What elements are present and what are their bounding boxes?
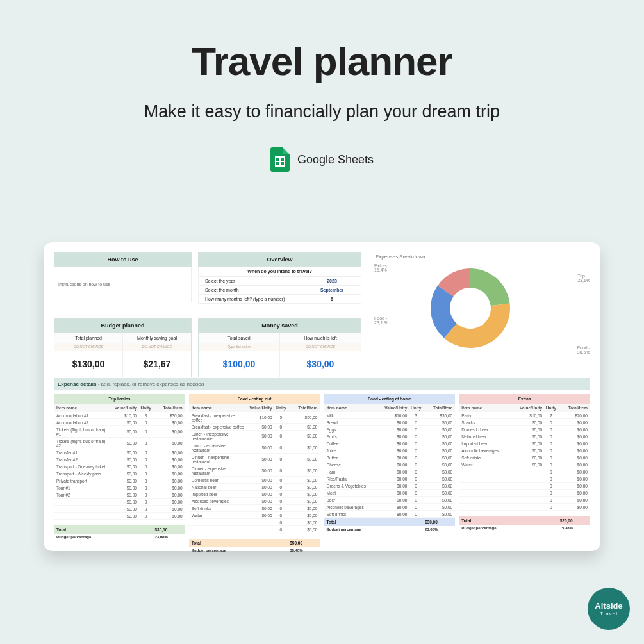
cell[interactable]: Rice/Pasta [327,477,380,481]
cell[interactable]: $0,00 [290,513,317,518]
cell[interactable]: Transport - Weekly pass [56,472,110,476]
cell[interactable]: $0,00 [244,457,272,461]
cell[interactable]: $0,00 [425,505,452,509]
cell[interactable]: $0,00 [425,420,452,425]
cell[interactable]: 0 [542,456,560,460]
cell[interactable]: Accomodation #2 [56,420,110,425]
table-row[interactable]: Tour #2$0,000$0,00 [54,491,185,499]
cell[interactable]: $0,00 [379,505,407,509]
cell[interactable]: $0,00 [154,450,182,455]
cell[interactable]: $0,00 [290,485,317,490]
cell[interactable]: 0 [137,450,155,455]
cell[interactable]: 0 [407,505,425,509]
cell[interactable]: 0 [272,506,290,511]
cell[interactable]: 0 [137,507,155,511]
cell[interactable]: $0,00 [425,442,452,446]
cell[interactable]: $0,00 [379,484,407,488]
cell[interactable]: 0 [272,485,290,490]
cell[interactable]: $0,00 [154,486,182,490]
table-row[interactable]: Breakfast - expensive coffee$0,000$0,00 [189,424,320,431]
cell[interactable]: Tour #1 [56,486,110,490]
cell[interactable]: $0,00 [515,449,542,453]
table-row[interactable]: Soft drinks$0,000$0,00 [324,511,456,518]
cell[interactable]: Milk [327,413,380,418]
table-row[interactable]: Transfer #2$0,000$0,00 [54,456,185,463]
table-row[interactable]: Private transport$0,000$0,00 [54,477,185,484]
cell[interactable]: Butter [327,456,380,460]
cell[interactable]: $0,00 [110,493,137,497]
table-row[interactable]: Bread$0,000$0,00 [324,419,456,426]
cell[interactable]: $0,00 [154,514,182,518]
cell[interactable]: Tour #2 [56,493,110,497]
cell[interactable]: Lunch - expensive restaurant [192,443,245,452]
cell[interactable]: $0,00 [425,498,452,502]
cell[interactable]: $0,00 [425,434,452,439]
table-row[interactable]: Breakfast - inexpensive coffee$10,005$50… [189,412,320,424]
cell[interactable]: Domestic beer [461,427,515,432]
cell[interactable]: $0,00 [560,420,588,425]
cell[interactable]: $30,00 [154,413,182,418]
cell[interactable]: $0,00 [560,491,588,495]
cell[interactable]: $0,00 [560,442,588,446]
table-row[interactable]: 0$0,00 [459,490,590,497]
cell[interactable]: $0,00 [379,449,407,453]
cell[interactable]: $0,00 [154,458,182,462]
cell[interactable]: $0,00 [110,429,137,434]
cell[interactable]: 0 [407,498,425,502]
cell[interactable]: $0,00 [290,506,317,511]
cell[interactable]: $0,00 [560,427,588,432]
cell[interactable]: $10,00 [515,413,542,418]
cell[interactable]: Domestic beer [192,478,245,483]
cell[interactable]: $0,00 [515,427,542,432]
table-row[interactable]: Eggs$0,000$0,00 [324,426,456,433]
table-row[interactable]: Soft drinks$0,000$0,00 [459,454,590,461]
cell[interactable]: Cheese [327,463,380,467]
cell[interactable]: 0 [542,491,560,495]
cell[interactable]: 0 [542,449,560,453]
cell[interactable]: Water [192,513,245,518]
cell[interactable]: $0,00 [560,484,588,488]
cell[interactable]: $0,00 [154,500,182,504]
table-row[interactable]: $0,000$0,00 [54,506,185,513]
cell[interactable]: $0,00 [515,456,542,460]
cell[interactable]: Breakfast - expensive coffee [192,425,245,429]
table-row[interactable]: National beer$0,000$0,00 [459,433,590,440]
table-row[interactable]: Tour #1$0,000$0,00 [54,484,185,491]
cell[interactable]: 2 [542,413,560,418]
table-row[interactable]: Party$10,002$20,00 [459,412,590,419]
table-row[interactable]: Imported beer$0,000$0,00 [189,491,320,498]
table-row[interactable]: Coffee$0,000$0,00 [324,440,456,447]
cell[interactable]: $0,00 [379,456,407,460]
cell[interactable]: 0 [542,477,560,481]
cell[interactable]: 0 [407,456,425,460]
cell[interactable]: $20,00 [560,413,588,418]
cell[interactable]: 0 [272,434,290,438]
cell[interactable]: $0,00 [560,505,588,509]
cell[interactable]: $0,00 [154,507,182,511]
cell[interactable]: 0 [407,477,425,481]
year-value[interactable]: 2023 [310,279,354,283]
table-row[interactable]: Accomodation #1$10,003$30,00 [54,412,185,419]
cell[interactable]: 0 [542,470,560,474]
cell[interactable]: 0 [407,470,425,474]
cell[interactable]: $0,00 [379,463,407,467]
cell[interactable]: $0,00 [244,425,272,429]
cell[interactable]: $0,00 [425,456,452,460]
table-row[interactable]: Alcoholic beverages$0,000$0,00 [324,504,456,511]
cell[interactable]: $0,00 [154,441,182,445]
cell[interactable]: $0,00 [154,465,182,469]
cell[interactable]: Alcoholic beverages [327,505,380,509]
cell[interactable]: $0,00 [154,472,182,476]
cell[interactable]: 0 [407,434,425,439]
cell[interactable]: Water [461,463,515,467]
cell[interactable]: 0 [542,420,560,425]
cell[interactable]: $0,00 [425,463,452,467]
cell[interactable]: 0 [542,505,560,509]
cell[interactable]: $0,00 [515,420,542,425]
cell[interactable]: Meat [327,491,380,495]
cell[interactable]: $0,00 [290,468,317,473]
cell[interactable]: 0 [407,512,425,516]
cell[interactable]: 3 [407,413,425,418]
table-row[interactable]: Greens & Vegetables$0,000$0,00 [324,483,456,490]
cell[interactable]: Alcoholic beverages [192,499,245,504]
